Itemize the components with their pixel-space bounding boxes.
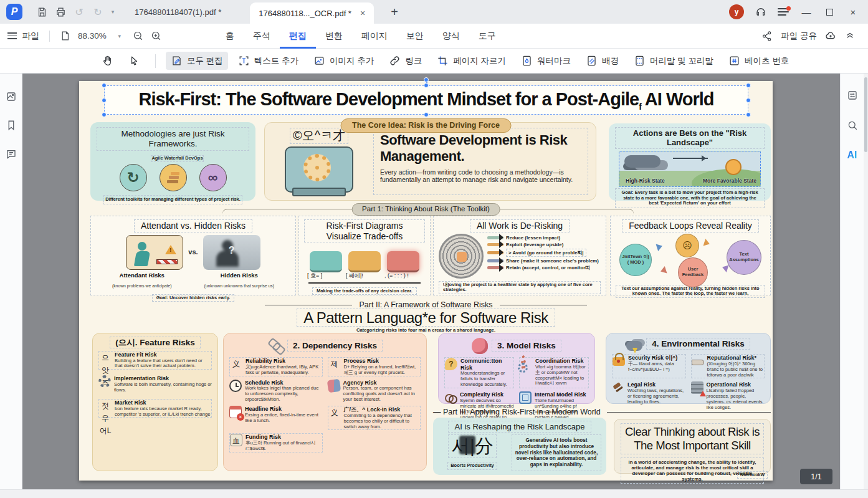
risk-item[interactable]: 으앗즈 Feature Fit RiskBuilding a feature t… [98, 351, 212, 370]
scrollbar-thumb[interactable] [864, 77, 867, 152]
ai-assistant-button[interactable]: AI [847, 150, 857, 161]
part1-label[interactable]: Part 1: Thinking About Risk (The Toolkit… [351, 203, 500, 216]
ai-box-body[interactable]: Generative AI tools boost productivity b… [512, 434, 601, 471]
main-menu-icon[interactable] [778, 8, 789, 16]
crop-page-button[interactable]: 페이지 자르기 [432, 52, 511, 70]
zoom-out-icon[interactable] [133, 31, 143, 41]
pdf-page[interactable]: Risk-First: The Software Development Min… [79, 81, 773, 481]
attendant-title[interactable]: Attendant vs. Hidden Risks [134, 219, 252, 232]
collapse-ribbon-icon[interactable] [844, 31, 856, 42]
risk-item[interactable]: Security Risk 이|^)干— tilaod arms, data f… [612, 354, 686, 378]
poster-title[interactable]: Risk-First: The Software Development Min… [138, 89, 713, 112]
select-tool-button[interactable] [123, 52, 145, 70]
part3-label[interactable]: — Part III: Applying Risk-First in a Mod… [433, 408, 771, 417]
environmental-risks-box[interactable]: 4. Environmental Risks Security Risk 이|^… [606, 333, 771, 404]
bookmarks-icon[interactable] [6, 120, 17, 131]
selection-handle[interactable] [424, 83, 429, 88]
risk-landscape-illustration[interactable]: High-Risk State More Favorable State [619, 151, 761, 187]
core-message-box[interactable]: ©오^ㅋ才 Software Development is Risk Manag… [264, 122, 596, 201]
hidden-risks-label[interactable]: Hidden Risks [204, 272, 274, 279]
methodologies-caption[interactable]: Different toolkits for managing differen… [103, 195, 242, 204]
skill-box-title[interactable]: Clear Thinking about Risk is The Most Im… [621, 423, 764, 454]
selection-handle[interactable] [102, 83, 107, 88]
strategy-exploit[interactable]: Exploit (leverage upside) [506, 242, 563, 247]
tab-security[interactable]: 보안 [397, 24, 433, 49]
strategy-retain[interactable]: Retain (accept, control, or monitor띠 [506, 265, 590, 271]
risk-item[interactable]: Headline RiskExsing a entice, fixed-in-t… [229, 406, 323, 430]
user-feedback-node[interactable]: User Feedback [678, 257, 708, 287]
risk-item[interactable]: Agency RiskPerson, team, or component ha… [328, 380, 421, 403]
undo-button[interactable]: ↺ [70, 2, 88, 21]
document-tab-inactive[interactable]: 1764880118407(1).pdf * [135, 7, 221, 17]
header-footer-button[interactable]: 머리말 및 꼬리말 [629, 52, 718, 70]
background-button[interactable]: 배경 [581, 52, 624, 70]
maximize-button[interactable] [826, 9, 833, 16]
user-avatar[interactable]: y [729, 4, 744, 19]
ai-box-title[interactable]: AI is Reshaping the Risk Landscape [448, 421, 592, 433]
history-dropdown[interactable]: ▾ [107, 9, 118, 15]
zoom-in-icon[interactable] [151, 31, 161, 41]
minimize-button[interactable]: — [800, 7, 813, 17]
file-share-button[interactable]: 파일 공유 [781, 31, 817, 42]
boosts-productivity-label[interactable]: Boorts Productivity [447, 462, 497, 470]
share-icon[interactable] [761, 31, 773, 42]
hand-tool-button[interactable] [97, 52, 118, 70]
print-button[interactable] [51, 2, 70, 21]
feedback-title[interactable]: Feedback Loops Reveal Reality [622, 219, 759, 232]
search-icon[interactable] [847, 120, 858, 131]
add-image-button[interactable]: 이미지 추가 [308, 52, 379, 70]
model-risks-title[interactable]: 3. Model Risks [444, 338, 589, 354]
clear-thinking-box[interactable]: Clear Thinking about Risk is The Most Im… [614, 419, 771, 474]
environmental-risks-title[interactable]: 4. Environmental Risks [612, 338, 765, 351]
save-button[interactable] [32, 2, 51, 21]
selection-handle[interactable] [746, 83, 751, 88]
zoom-level[interactable]: 88.30% [78, 31, 107, 41]
edit-all-button[interactable]: 모두 편집 [166, 52, 228, 70]
diagrams-box[interactable]: Risk-First Diagrams Visualize Trade-offs… [298, 216, 431, 295]
risk-item[interactable]: ? Communic:tton RiskMounderstandings or … [444, 357, 514, 388]
bates-number-button[interactable]: 베이츠 번호 [723, 52, 794, 70]
close-tab-icon[interactable]: × [360, 8, 365, 18]
test-assumptions-node[interactable]: Text Assumptions [727, 240, 761, 275]
risk-item[interactable]: Implementation RiskSoftware is bolh incu… [98, 375, 212, 393]
risk-item[interactable]: Legal RiskWoching laws, regulations, or … [612, 381, 686, 410]
selection-handle[interactable] [102, 98, 107, 103]
strategy-avoid[interactable]: > Avoid (go around the proble찌| [506, 249, 586, 257]
dependency-risks-box[interactable]: 2. Dependency Risks 义 Reliability Risk义)… [223, 333, 427, 471]
file-menu[interactable]: 파일 [22, 31, 39, 42]
methodology-tools-label[interactable]: Agile Waterfall DevOps [151, 155, 203, 162]
core-idea-badge[interactable]: The Core Idea: Risk is the Driving Force [340, 118, 512, 133]
page-fit-icon[interactable] [60, 31, 70, 41]
selection-handle[interactable] [424, 112, 429, 117]
comments-icon[interactable] [6, 148, 17, 160]
risk-item[interactable]: Coordination RiskVfort =ig toomma 버|bor主… [519, 357, 589, 388]
feedback-box[interactable]: Feedback Loops Reveal Reality JnitTewn 이… [610, 216, 771, 295]
derisking-box[interactable]: All Work is De-Risking Reduce (lessen im… [433, 216, 606, 295]
feature-risks-box[interactable]: (으시. Feature Risks 으앗즈 Feature Fit RiskB… [92, 333, 218, 471]
unit-test-node[interactable]: JnitTewn 이| ( MOD ) [619, 244, 652, 276]
bets-box[interactable]: Actions are Bets on the "Risk Landscape"… [609, 123, 771, 201]
document-canvas[interactable]: Risk-First: The Software Development Min… [22, 74, 840, 489]
tab-form[interactable]: 양식 [433, 24, 469, 49]
cloud-upload-icon[interactable] [825, 31, 836, 42]
bets-title[interactable]: Actions are Bets on the "Risk Landscape" [615, 127, 765, 149]
risk-item[interactable]: Operational RiskLtsahnip failed fropped … [691, 381, 765, 410]
risk-item[interactable]: Reputational Risk*(Xinuging 어|야* 360ng b… [691, 354, 765, 378]
tab-edit[interactable]: 편집 [280, 24, 316, 49]
watermark-button[interactable]: 워터마크 [516, 52, 576, 70]
add-text-button[interactable]: 텍스트 추가 [233, 52, 303, 70]
part2-heading[interactable]: A Pattern Languag*e for Software Risk [79, 309, 773, 327]
file-menu-icon[interactable] [7, 32, 17, 39]
derisking-title[interactable]: All Work is De-Risking [470, 219, 570, 232]
tab-comment[interactable]: 주석 [244, 24, 280, 49]
risk-item[interactable]: 义 广/즈、^ Lock-In RiskCommiting to a depen… [328, 406, 421, 430]
model-risks-box[interactable]: 3. Model Risks ? Communic:tton RiskMound… [438, 333, 595, 404]
strategy-reduce[interactable]: Reduce (lessen impact) [506, 235, 560, 241]
risk-item[interactable]: 제 Process RiskD+ Relying on a fruned, In… [328, 357, 421, 376]
link-button[interactable]: 링크 [384, 52, 427, 70]
risk-item[interactable]: 义 Reliability Risk义)ugcAdence thardwart,… [229, 357, 323, 376]
selection-handle[interactable] [746, 112, 751, 117]
title-text-block[interactable]: Risk-First: The Software Development Min… [104, 85, 748, 115]
feature-risks-title[interactable]: (으시. Feature Risks [98, 338, 212, 348]
tab-page[interactable]: 페이지 [352, 24, 397, 49]
